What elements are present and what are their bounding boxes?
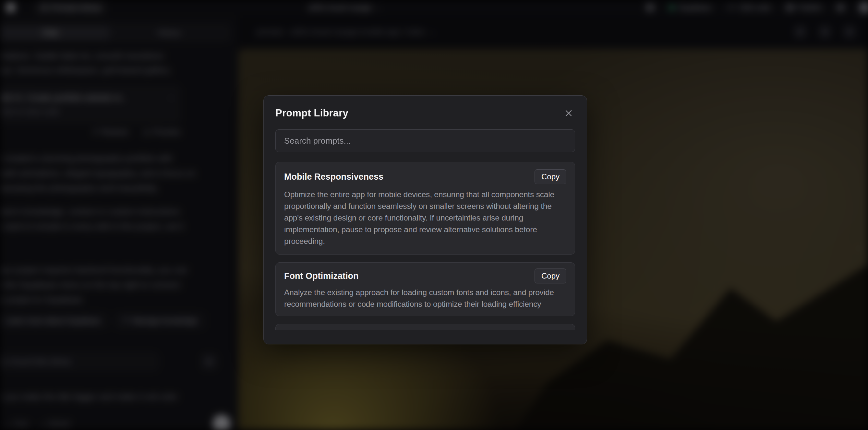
prompt-card-font-optimization: Font Optimization Copy Analyze the exist… [275, 262, 575, 316]
prompt-card-header: Mobile Responsiveness Copy [284, 169, 566, 184]
search-input[interactable] [275, 129, 575, 152]
copy-button[interactable]: Copy [534, 269, 566, 283]
close-icon [564, 109, 573, 117]
modal-header: Prompt Library [264, 96, 587, 120]
search-container [275, 129, 575, 152]
prompt-card-header: Font Optimization Copy [284, 269, 566, 283]
prompt-card-mobile-responsiveness: Mobile Responsiveness Copy Optimize the … [275, 162, 575, 254]
prompt-description: Analyze the existing approach for loadin… [284, 287, 566, 310]
copy-button[interactable]: Copy [534, 169, 566, 184]
prompt-library-modal: Prompt Library Mobile Responsiveness Cop… [264, 95, 587, 344]
modal-title: Prompt Library [275, 108, 348, 119]
prompt-title: Mobile Responsiveness [284, 172, 383, 182]
prompt-card-partial [275, 324, 575, 330]
prompt-title: Font Optimization [284, 271, 359, 281]
prompt-description: Optimize the entire app for mobile devic… [284, 189, 566, 247]
prompt-list: Mobile Responsiveness Copy Optimize the … [275, 162, 575, 330]
close-button[interactable] [562, 107, 575, 120]
